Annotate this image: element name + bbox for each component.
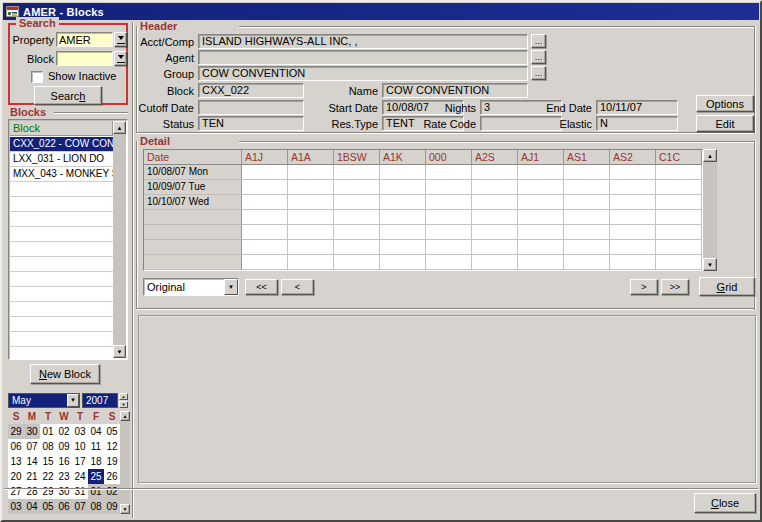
- detail-data-cell[interactable]: [242, 180, 288, 195]
- detail-data-cell[interactable]: [380, 165, 426, 180]
- calendar-day[interactable]: 12: [104, 439, 120, 454]
- block-list-item[interactable]: MXX_043 - MONKEY SEE: [10, 167, 113, 182]
- detail-data-cell[interactable]: [472, 165, 518, 180]
- calendar-day[interactable]: 02: [104, 484, 120, 499]
- detail-data-cell[interactable]: [334, 240, 380, 255]
- calendar-day[interactable]: 29: [8, 424, 24, 439]
- spin-up-icon[interactable]: ▲: [119, 393, 128, 400]
- detail-data-cell[interactable]: [380, 240, 426, 255]
- detail-data-cell[interactable]: [334, 195, 380, 210]
- calendar-day[interactable]: 14: [24, 454, 40, 469]
- calendar-day[interactable]: 05: [104, 424, 120, 439]
- detail-data-cell[interactable]: [564, 255, 610, 270]
- calendar-day[interactable]: 07: [24, 439, 40, 454]
- block-list-item[interactable]: LXX_031 - LION DO: [10, 152, 113, 167]
- new-block-button[interactable]: New Block: [30, 364, 100, 384]
- group-lov-button[interactable]: ...: [531, 66, 546, 80]
- calendar-day[interactable]: 26: [104, 469, 120, 484]
- detail-data-cell[interactable]: [288, 195, 334, 210]
- detail-data-cell[interactable]: [656, 240, 702, 255]
- detail-data-cell[interactable]: [564, 240, 610, 255]
- detail-data-cell[interactable]: [288, 165, 334, 180]
- block-field[interactable]: CXX_022: [198, 83, 304, 98]
- calendar-month-select[interactable]: May ▼: [8, 393, 80, 408]
- calendar-scrollbar[interactable]: ▲ ▼: [120, 411, 130, 514]
- calendar-day[interactable]: 22: [40, 469, 56, 484]
- edit-button[interactable]: Edit: [696, 115, 754, 132]
- calendar-day[interactable]: 24: [72, 469, 88, 484]
- detail-data-cell[interactable]: [610, 240, 656, 255]
- calendar-day[interactable]: 02: [56, 424, 72, 439]
- calendar-day[interactable]: 31: [72, 484, 88, 499]
- block-list-item[interactable]: CXX_022 - COW CONVEN: [10, 137, 113, 152]
- close-button[interactable]: Close: [694, 493, 756, 513]
- spin-down-icon[interactable]: ▼: [119, 401, 128, 408]
- detail-data-cell[interactable]: [610, 225, 656, 240]
- detail-data-cell[interactable]: [426, 180, 472, 195]
- calendar-day[interactable]: 08: [88, 499, 104, 514]
- scroll-down-icon[interactable]: ▼: [113, 345, 126, 358]
- detail-data-cell[interactable]: [426, 225, 472, 240]
- calendar-day[interactable]: 08: [40, 439, 56, 454]
- acct-comp-lov-button[interactable]: ...: [531, 34, 546, 48]
- detail-data-cell[interactable]: [518, 225, 564, 240]
- calendar-day[interactable]: 01: [88, 484, 104, 499]
- detail-data-cell[interactable]: [656, 195, 702, 210]
- scroll-up-icon[interactable]: ▲: [120, 411, 130, 421]
- detail-data-cell[interactable]: [518, 195, 564, 210]
- calendar-day[interactable]: 06: [56, 499, 72, 514]
- calendar-day[interactable]: 04: [24, 499, 40, 514]
- detail-data-cell[interactable]: [334, 210, 380, 225]
- detail-data-cell[interactable]: [656, 225, 702, 240]
- scroll-down-icon[interactable]: ▼: [120, 504, 130, 514]
- detail-data-cell[interactable]: [610, 255, 656, 270]
- calendar-day[interactable]: 03: [72, 424, 88, 439]
- detail-data-cell[interactable]: [334, 180, 380, 195]
- scroll-up-icon[interactable]: ▲: [113, 121, 126, 134]
- calendar-day[interactable]: 05: [40, 499, 56, 514]
- detail-data-cell[interactable]: [518, 165, 564, 180]
- calendar-day[interactable]: 03: [8, 499, 24, 514]
- calendar-day[interactable]: 23: [56, 469, 72, 484]
- detail-data-cell[interactable]: [426, 240, 472, 255]
- calendar-day[interactable]: 13: [8, 454, 24, 469]
- calendar-day[interactable]: 11: [88, 439, 104, 454]
- detail-scrollbar[interactable]: ▲ ▼: [703, 149, 717, 271]
- blocks-scrollbar[interactable]: ▲ ▼: [113, 121, 126, 358]
- search-button[interactable]: Search: [34, 86, 102, 105]
- detail-data-cell[interactable]: [288, 255, 334, 270]
- detail-data-cell[interactable]: [564, 210, 610, 225]
- calendar-year-field[interactable]: 2007: [82, 393, 118, 408]
- grid-button[interactable]: Grid: [699, 277, 755, 296]
- calendar-day[interactable]: 18: [88, 454, 104, 469]
- calendar-day[interactable]: 04: [88, 424, 104, 439]
- detail-data-cell[interactable]: [656, 180, 702, 195]
- detail-data-cell[interactable]: [472, 210, 518, 225]
- scroll-up-icon[interactable]: ▲: [703, 149, 717, 162]
- detail-data-cell[interactable]: [472, 225, 518, 240]
- chevron-down-icon[interactable]: ▼: [67, 394, 79, 407]
- calendar-day[interactable]: 30: [24, 424, 40, 439]
- group-field[interactable]: COW CONVENTION: [198, 66, 528, 81]
- detail-data-cell[interactable]: [518, 240, 564, 255]
- last-page-button[interactable]: >>: [661, 279, 689, 295]
- agent-lov-button[interactable]: ...: [531, 50, 546, 64]
- detail-data-cell[interactable]: [564, 225, 610, 240]
- detail-data-cell[interactable]: [334, 255, 380, 270]
- detail-data-cell[interactable]: [518, 180, 564, 195]
- acct-comp-field[interactable]: ISLAND HIGHWAYS-ALL INC, ,: [198, 34, 528, 49]
- status-field[interactable]: TEN: [198, 116, 304, 131]
- detail-data-cell[interactable]: [242, 165, 288, 180]
- detail-data-cell[interactable]: [242, 210, 288, 225]
- calendar-day[interactable]: 15: [40, 454, 56, 469]
- detail-view-select[interactable]: Original ▼: [143, 278, 239, 296]
- detail-data-cell[interactable]: [610, 180, 656, 195]
- detail-data-cell[interactable]: [426, 255, 472, 270]
- detail-data-cell[interactable]: [610, 195, 656, 210]
- agent-field[interactable]: [198, 50, 528, 65]
- calendar-day[interactable]: 19: [104, 454, 120, 469]
- calendar-day[interactable]: 30: [56, 484, 72, 499]
- block-lov-button[interactable]: [114, 51, 127, 66]
- detail-data-cell[interactable]: [472, 195, 518, 210]
- calendar-day[interactable]: 09: [56, 439, 72, 454]
